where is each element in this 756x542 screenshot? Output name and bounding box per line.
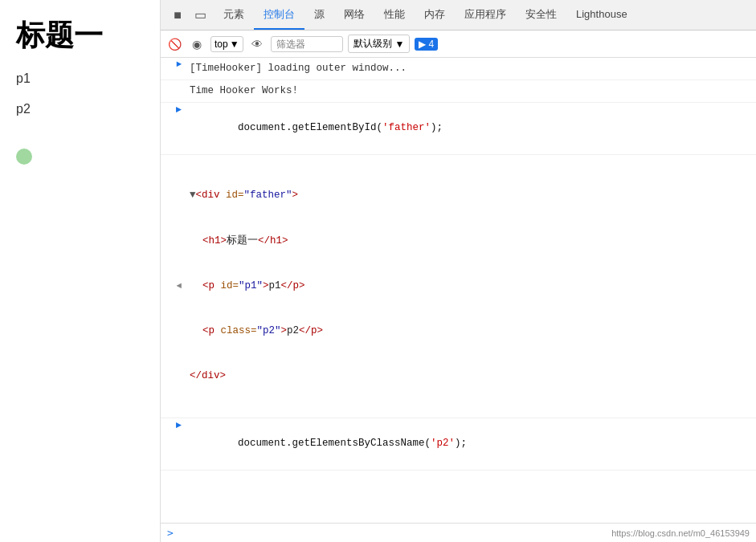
string-token: 'p2' [431,438,455,449]
console-bottom-bar: > https://blog.csdn.net/m0_46153949 [161,523,756,542]
prompt-arrow-icon: ► [176,420,182,431]
console-input-text: document.getElementsByClassName('p2'); [186,420,756,468]
context-selector[interactable]: top ▼ [210,36,243,52]
collection-label: ▼ HTMLCollection [p.p2] i [190,503,753,523]
console-output: ► [TimeHooker] loading outer window... T… [161,58,756,523]
tag-token: </div> [190,370,226,381]
arrow-right-icon: ► [176,59,182,69]
bottom-prompt[interactable]: > [167,527,174,539]
tag-token: <h1> [202,235,227,247]
context-dropdown-icon: ▼ [230,39,239,50]
tag-token: <p [202,325,215,336]
console-row: ◄ ▼<div id="father"> <h1>标题一</h1> <p id=… [161,155,756,418]
html-line: <h1>标题一</h1> [190,234,753,249]
preview-p2: p2 [16,102,144,116]
console-row: Time Hooker Works! [161,80,756,103]
html-line: </div> [190,369,753,384]
attr-token: class="p2" [221,325,281,336]
tab-memory[interactable]: 内存 [415,1,455,30]
result-arrow-left-icon: ◄ [176,281,182,291]
clear-console-button[interactable]: 🚫 [166,35,183,53]
row-gutter: ► [161,59,186,69]
tab-application[interactable]: 应用程序 [455,1,516,30]
bottom-url: https://blog.csdn.net/m0_46153949 [611,528,750,538]
context-label: top [215,39,228,50]
tab-elements[interactable]: 元素 [214,1,254,30]
row-gutter: ► [161,420,186,431]
badge-message-icon: ▶ [419,39,426,50]
html-line: <p class="p2">p2</p> [190,324,753,339]
cursor-icon[interactable]: ■ [169,6,186,24]
console-input-text: document.getElementById('father'); [186,104,756,153]
tab-security[interactable]: 安全性 [516,1,566,30]
attr-token: id="father" [226,189,292,201]
code-text: document.getElementById('father'); [238,122,443,133]
html-result: ▼<div id="father"> <h1>标题一</h1> <p id="p… [186,157,756,416]
attr-val-token: "p1" [239,280,263,291]
attr-token: id="p1" [221,280,264,291]
row-gutter: ◄ [161,157,186,416]
result-row-inner: ◄ ▼<div id="father"> <h1>标题一</h1> <p id=… [161,157,756,416]
tab-performance[interactable]: 性能 [374,1,415,30]
tag-token: <p [202,280,215,291]
text-token: 标题一 [227,235,258,247]
console-row: ◄ ▼ HTMLCollection [p.p2] i ▶ 0: p.p2 le… [161,471,756,523]
expand-icon: ▼ [262,520,268,523]
tag-close-token: > [292,189,299,201]
log-level-selector[interactable]: 默认级别 ▼ [348,35,411,53]
code-text: document.getElementsByClassName('p2'); [238,438,467,449]
collection-result: ▼ HTMLCollection [p.p2] i ▶ 0: p.p2 leng… [186,472,756,523]
tag-token: > [263,280,269,291]
expand-arrow-icon: ▼ [190,189,196,201]
log-level-label: 默认级别 [353,37,392,51]
html-line: ▼<div id="father"> [190,188,753,203]
console-log-text: [TimeHooker] loading outer window... [186,59,756,78]
string-token: 'father' [382,122,431,133]
attr-val-token: "p2" [257,325,281,336]
row-gutter: ► [161,104,186,116]
filter-input[interactable] [271,36,343,52]
console-row: ► document.getElementById('father'); [161,103,756,155]
console-toolbar: 🚫 ◉ top ▼ 👁 默认级别 ▼ ▶ 4 [161,31,756,58]
tab-lighthouse[interactable]: Lighthouse [566,2,637,28]
attr-val-token: "father" [244,189,292,201]
tab-console[interactable]: 控制台 [254,1,304,30]
tag-token: </p> [281,280,305,291]
message-count-badge: ▶ 4 [415,38,438,51]
tag-token: > [281,325,288,336]
badge-count: 4 [428,39,434,50]
tab-network[interactable]: 网络 [334,1,374,30]
result-row-inner: ◄ ▼ HTMLCollection [p.p2] i ▶ 0: p.p2 le… [161,472,756,523]
log-level-dropdown-icon: ▼ [395,39,405,50]
show-console-sidebar-button[interactable]: 👁 [248,35,266,53]
tag-token: </h1> [258,235,288,247]
preview-pane: 标题一 p1 p2 [0,0,161,542]
preview-p1: p1 [16,71,144,86]
tab-icon-group: ■ ▭ [164,6,214,24]
preview-heading: 标题一 [16,16,144,55]
tag-token: <div [196,189,220,201]
row-gutter: ◄ [161,472,186,523]
tag-token: </p> [299,325,323,336]
console-log-text: Time Hooker Works! [186,82,756,100]
show-log-context-button[interactable]: ◉ [188,35,206,53]
preview-circle [16,149,32,165]
console-row: ► [TimeHooker] loading outer window... [161,58,756,80]
devtools-tab-bar: ■ ▭ 元素 控制台 源 网络 性能 内存 应用程序 安全性 Lighthous… [161,0,756,31]
devtools-panel: ■ ▭ 元素 控制台 源 网络 性能 内存 应用程序 安全性 Lighthous… [161,0,756,542]
device-icon[interactable]: ▭ [191,6,209,24]
console-row: ► document.getElementsByClassName('p2'); [161,418,756,471]
prompt-arrow-icon: ► [176,104,182,116]
tab-sources[interactable]: 源 [304,1,334,30]
html-line: <p id="p1">p1</p> [190,279,753,294]
